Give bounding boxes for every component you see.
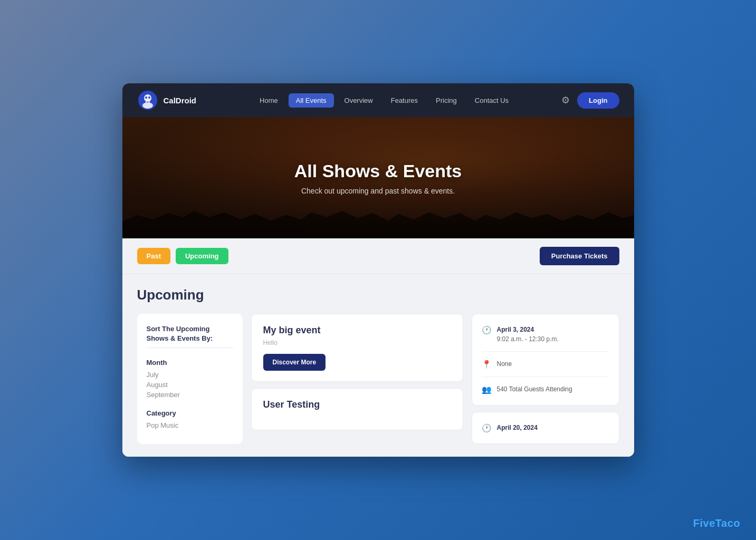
meta-date-row-2: 🕐 April 20, 2024 [482,423,609,433]
hero-subtitle: Check out upcoming and past shows & even… [294,187,462,195]
month-group-title: Month [147,359,233,367]
event-desc-1: Hello [263,339,451,346]
browser-window: CalDroid Home All Events Overview Featur… [122,83,634,457]
main-content: Upcoming Sort The Upcoming Shows & Event… [122,274,634,457]
event-date-2: April 20, 2024 [497,423,538,432]
login-button[interactable]: Login [577,92,619,109]
nav-links: Home All Events Overview Features Pricin… [217,93,551,108]
event-meta-2: 🕐 April 20, 2024 [472,412,619,444]
app-name: CalDroid [164,96,197,105]
theme-toggle-icon[interactable]: ⚙ [561,94,570,106]
event-name-2: User Testing [263,399,451,410]
svg-point-3 [145,97,147,99]
nav-all-events[interactable]: All Events [289,93,334,108]
calendar-icon-2: 🕐 [482,423,492,433]
event-name-1: My big event [263,325,451,336]
category-group-title: Category [147,409,233,417]
meta-guests-row-1: 👥 540 Total Guests Attending [482,384,609,394]
watermark-text: FiveTaco [693,517,740,529]
svg-point-4 [148,97,150,99]
navbar: CalDroid Home All Events Overview Featur… [122,83,634,117]
logo-icon [137,90,158,111]
svg-rect-5 [146,100,147,103]
event-card-2: User Testing [251,388,463,430]
event-card-1: My big event Hello Discover More [251,314,463,382]
discover-more-button-1[interactable]: Discover More [263,354,326,371]
filter-month-july[interactable]: July [147,371,233,379]
svg-rect-6 [149,100,150,103]
nav-contact[interactable]: Contact Us [467,93,516,108]
event-meta-1: 🕐 April 3, 2024 9:02 a.m. - 12:30 p.m. 📍… [472,314,619,406]
content-grid: Sort The Upcoming Shows & Events By: Mon… [137,314,619,444]
controls-bar: Past Upcoming Purchase Tickets [122,238,634,274]
meta-column: 🕐 April 3, 2024 9:02 a.m. - 12:30 p.m. 📍… [472,314,619,444]
nav-pricing[interactable]: Pricing [428,93,464,108]
guests-icon-1: 👥 [482,385,492,394]
nav-features[interactable]: Features [384,93,425,108]
svg-point-1 [144,94,151,102]
event-date-1: April 3, 2024 [497,325,559,334]
location-icon-1: 📍 [482,360,492,369]
calendar-icon-1: 🕐 [482,325,492,335]
meta-location-row-1: 📍 None [482,359,609,377]
sort-title: Sort The Upcoming Shows & Events By: [147,324,233,343]
svg-point-2 [142,102,153,109]
meta-date-text-2: April 20, 2024 [497,423,538,432]
filter-month-september[interactable]: September [147,391,233,399]
divider [147,348,233,348]
nav-overview[interactable]: Overview [337,93,380,108]
filter-sidebar: Sort The Upcoming Shows & Events By: Mon… [137,314,243,444]
nav-right: ⚙ Login [561,92,619,109]
meta-location-text-1: None [497,359,512,369]
hero-content: All Shows & Events Check out upcoming an… [294,161,462,195]
meta-guests-text-1: 540 Total Guests Attending [497,384,572,394]
event-time-1: 9:02 a.m. - 12:30 p.m. [497,334,559,344]
watermark: FiveTaco [693,517,740,529]
upcoming-filter-button[interactable]: Upcoming [176,248,228,264]
hero-title: All Shows & Events [294,161,462,181]
logo-area: CalDroid [137,90,197,111]
meta-date-row-1: 🕐 April 3, 2024 9:02 a.m. - 12:30 p.m. [482,325,609,352]
nav-home[interactable]: Home [252,93,285,108]
events-list: My big event Hello Discover More User Te… [251,314,463,444]
filter-category-pop-music[interactable]: Pop Music [147,421,233,429]
purchase-tickets-button[interactable]: Purchase Tickets [540,247,619,265]
meta-date-text-1: April 3, 2024 9:02 a.m. - 12:30 p.m. [497,325,559,344]
section-title: Upcoming [137,287,619,303]
past-filter-button[interactable]: Past [137,248,170,264]
hero-banner: All Shows & Events Check out upcoming an… [122,117,634,238]
filter-month-august[interactable]: August [147,381,233,389]
